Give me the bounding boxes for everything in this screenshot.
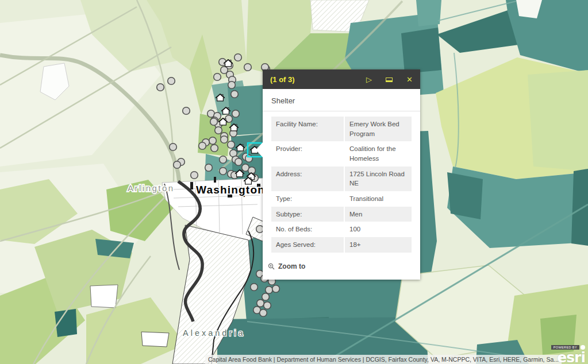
shelter-point-marker[interactable] xyxy=(245,155,253,162)
popup-pointer xyxy=(256,142,263,158)
shelter-point-marker[interactable] xyxy=(228,82,236,89)
shelter-point-marker[interactable] xyxy=(244,64,252,71)
shelter-point-marker[interactable] xyxy=(199,142,206,150)
shelter-point-marker[interactable] xyxy=(272,285,280,293)
shelter-point-marker[interactable] xyxy=(220,156,227,164)
shelter-point-marker[interactable] xyxy=(211,145,218,152)
next-feature-button[interactable]: ▷ xyxy=(366,76,372,83)
field-value: 18+ xyxy=(344,237,412,253)
field-label: Address: xyxy=(271,166,344,191)
field-value: Coalition for the Homeless xyxy=(344,141,412,166)
field-value: Emery Work Bed Program xyxy=(344,117,412,141)
shelter-point-marker[interactable] xyxy=(266,286,273,294)
dock-icon xyxy=(386,78,393,82)
popup-header: (1 of 3) ▷ ✕ xyxy=(263,69,420,89)
shelter-point-marker[interactable] xyxy=(232,110,240,118)
close-button[interactable]: ✕ xyxy=(406,76,413,83)
shelter-point-marker[interactable] xyxy=(157,84,164,91)
shelter-point-marker[interactable] xyxy=(262,293,270,301)
shelter-point-marker[interactable] xyxy=(257,300,264,307)
dock-button[interactable] xyxy=(386,76,393,83)
shelter-point-marker[interactable] xyxy=(215,127,222,134)
shelter-point-marker[interactable] xyxy=(264,302,271,309)
popup-title: Shelter xyxy=(263,89,420,111)
popup-pagination: (1 of 3) xyxy=(270,75,352,84)
table-row: Address: 1725 Lincoln Road NE xyxy=(271,166,412,191)
city-label-washington: Washington xyxy=(196,184,265,196)
shelter-point-marker[interactable] xyxy=(205,164,213,172)
shelter-point-marker[interactable] xyxy=(235,158,243,166)
field-label: Provider: xyxy=(271,141,344,166)
shelter-point-marker[interactable] xyxy=(231,91,239,98)
field-label: Ages Served: xyxy=(271,237,344,253)
city-label-alexandria: Alexandria xyxy=(183,328,245,338)
shelter-point-marker[interactable] xyxy=(235,54,242,61)
table-row: Type: Transitional xyxy=(271,191,412,207)
feature-popup: (1 of 3) ▷ ✕ Shelter Facility Name: Emer… xyxy=(263,69,420,280)
shelter-point-marker[interactable] xyxy=(221,136,228,144)
table-row: Subtype: Men xyxy=(271,207,412,222)
esri-logo[interactable]: POWERED BY esri xyxy=(551,342,585,363)
shelter-point-marker[interactable] xyxy=(251,284,258,291)
table-row: Provider: Coalition for the Homeless xyxy=(271,141,412,166)
shelter-point-marker[interactable] xyxy=(220,168,227,175)
table-row: Ages Served: 18+ xyxy=(271,237,412,253)
field-value: Transitional xyxy=(344,191,412,207)
table-row: No. of Beds: 100 xyxy=(271,222,412,237)
popup-divider xyxy=(263,111,420,111)
city-label-arlington: Arlington xyxy=(128,183,175,193)
shelter-point-marker[interactable] xyxy=(228,141,235,149)
field-value: Men xyxy=(344,207,412,222)
field-label: Subtype: xyxy=(271,207,344,222)
field-label: Type: xyxy=(271,191,344,207)
shelter-point-marker[interactable] xyxy=(174,161,181,169)
field-value: 100 xyxy=(344,222,412,237)
field-label: Facility Name: xyxy=(271,117,344,141)
shelter-point-marker[interactable] xyxy=(214,73,221,81)
magnifier-plus-icon xyxy=(268,263,275,270)
shelter-point-marker[interactable] xyxy=(191,172,198,179)
zoom-to-label: Zoom to xyxy=(278,262,305,270)
field-label: No. of Beds: xyxy=(271,222,344,237)
shelter-point-marker[interactable] xyxy=(170,144,177,151)
popup-footer: Zoom to xyxy=(263,253,420,280)
shelter-point-marker[interactable] xyxy=(168,78,175,85)
field-value: 1725 Lincoln Road NE xyxy=(344,166,412,191)
map-attribution: Capital Area Food Bank | Department of H… xyxy=(205,355,562,364)
shelter-point-marker[interactable] xyxy=(260,309,267,317)
esri-brand-text: esri xyxy=(551,352,585,363)
shelter-point-marker[interactable] xyxy=(210,118,218,126)
shelter-point-marker[interactable] xyxy=(183,107,190,115)
table-row: Facility Name: Emery Work Bed Program xyxy=(271,117,412,141)
attribute-table: Facility Name: Emery Work Bed Program Pr… xyxy=(271,117,412,253)
zoom-to-button[interactable]: Zoom to xyxy=(268,262,305,270)
shelter-point-marker[interactable] xyxy=(209,137,217,145)
